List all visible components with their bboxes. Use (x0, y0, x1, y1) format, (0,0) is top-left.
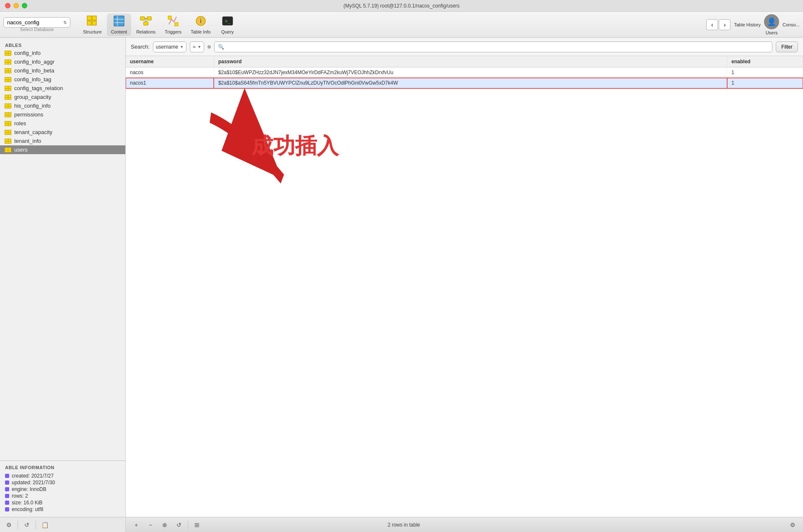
relations-button[interactable]: Relations (132, 13, 160, 36)
svg-rect-0 (87, 16, 91, 20)
table-icon (4, 59, 12, 65)
content-label: Content (111, 29, 127, 34)
triggers-button[interactable]: Triggers (161, 13, 186, 36)
search-operator-arrow-icon: ▼ (197, 45, 201, 49)
sidebar-item-config_info_beta[interactable]: config_info_beta (0, 66, 125, 75)
toolbar-nav-group: Structure Content (79, 13, 239, 36)
column-header-username[interactable]: username (126, 56, 214, 67)
column-header-password[interactable]: password (214, 56, 727, 67)
table-header-row: usernamepasswordenabled (126, 56, 803, 67)
status-duplicate-button[interactable]: ⊕ (159, 519, 170, 530)
info-item-text: size: 16.0 KiB (12, 500, 42, 506)
minimize-button[interactable] (13, 3, 19, 8)
table-icon (4, 147, 12, 153)
sidebar-item-permissions[interactable]: permissions (0, 110, 125, 119)
table-name-label: config_info (14, 50, 41, 56)
query-button[interactable]: >_ Query (216, 13, 239, 36)
users-label: Users (766, 30, 778, 35)
sidebar-item-config_info_aggr[interactable]: config_info_aggr (0, 57, 125, 66)
info-item: engine: InnoDB (5, 486, 120, 493)
filter-button[interactable]: Filter (776, 41, 798, 52)
nav-arrows: ‹ › (706, 19, 730, 30)
user-avatar-icon: 👤 (764, 14, 779, 29)
info-item-text: updated: 2021/7/30 (12, 480, 55, 486)
table-history-label: Table History (734, 22, 761, 27)
info-item-text: rows: 2 (12, 493, 28, 499)
svg-rect-1 (87, 21, 91, 25)
sidebar-item-roles[interactable]: roles (0, 119, 125, 128)
table-name-label: permissions (14, 111, 43, 118)
toolbar: nacos_config ⇅ Select Database Structure (0, 12, 803, 38)
table-info-panel: ABLE INFORMATION created: 2021/7/27updat… (0, 460, 125, 517)
status-divider (188, 521, 188, 529)
triggers-icon (167, 15, 179, 28)
sidebar-copy-button[interactable]: 📋 (39, 519, 50, 530)
sidebar-refresh-button[interactable]: ↺ (21, 519, 32, 530)
status-add-button[interactable]: + (131, 519, 142, 530)
sidebar-item-config_info[interactable]: config_info (0, 49, 125, 57)
table-name-label: group_capacity (14, 94, 51, 100)
cell-password: $2a$10$EuWPZHzz32dJN7jexM34MOeYirDdFAZm2… (214, 67, 727, 78)
status-export-button[interactable]: ⊞ (192, 519, 202, 530)
column-header-enabled[interactable]: enabled (727, 56, 803, 67)
window-title: (MySQL 5.7.19) root@127.0.0.1/nacos_conf… (343, 3, 459, 9)
info-item-text: encoding: utf8 (12, 506, 43, 512)
status-remove-button[interactable]: − (145, 519, 156, 530)
sidebar-item-config_tags_relation[interactable]: config_tags_relation (0, 84, 125, 93)
sidebar-item-tenant_capacity[interactable]: tenant_capacity (0, 128, 125, 137)
search-field-select[interactable]: username ▼ (153, 41, 187, 52)
structure-button[interactable]: Structure (79, 13, 106, 36)
database-selector[interactable]: nacos_config ⇅ (3, 17, 70, 28)
content-button[interactable]: Content (107, 13, 132, 36)
table-name-label: config_info_aggr (14, 59, 54, 65)
sidebar-item-users[interactable]: users (0, 145, 125, 154)
search-input[interactable] (226, 44, 769, 50)
table-icon (4, 112, 12, 118)
sidebar: ABLES config_info config_info_aggr confi… (0, 38, 126, 532)
fullscreen-button[interactable] (22, 3, 27, 8)
nav-back-button[interactable]: ‹ (706, 19, 718, 30)
info-item: rows: 2 (5, 493, 120, 499)
info-item: size: 16.0 KiB (5, 499, 120, 506)
content-area: Search: username ▼ = ▼ 🔍 Filter (126, 38, 803, 532)
tableinfo-button[interactable]: i Table Info (187, 13, 215, 36)
table-name-label: tenant_info (14, 138, 41, 144)
table-icon (4, 68, 12, 74)
table-icon (4, 129, 12, 135)
data-table-container: usernamepasswordenabled nacos$2a$10$EuWP… (126, 56, 803, 517)
cell-enabled: 1 (727, 78, 803, 88)
sidebar-settings-button[interactable]: ⚙ (3, 519, 14, 530)
search-label: Search: (131, 44, 150, 50)
nav-forward-button[interactable]: › (719, 19, 730, 30)
info-dot-icon (5, 487, 9, 491)
svg-rect-2 (92, 16, 96, 20)
database-selector-wrap: nacos_config ⇅ Select Database (3, 17, 70, 32)
tableinfo-label: Table Info (191, 29, 211, 34)
annotation-layer (126, 56, 803, 517)
sidebar-item-group_capacity[interactable]: group_capacity (0, 93, 125, 101)
table-name-label: users (14, 147, 28, 153)
table-icon (4, 121, 12, 127)
cell-enabled: 1 (727, 67, 803, 78)
table-icon (4, 138, 12, 144)
sidebar-item-his_config_info[interactable]: his_config_info (0, 101, 125, 110)
sidebar-item-config_info_tag[interactable]: config_info_tag (0, 75, 125, 84)
console-button[interactable]: Conso... (782, 22, 800, 27)
traffic-lights (5, 3, 27, 8)
search-operator-value: = (193, 44, 196, 50)
table-row[interactable]: nacos1$2a$10$aS645fmTn5YBVUWYPClZnu9LzDU… (126, 78, 803, 88)
content-icon (113, 15, 125, 28)
users-button[interactable]: 👤 Users (764, 14, 779, 35)
data-table: usernamepasswordenabled nacos$2a$10$EuWP… (126, 56, 803, 88)
table-history-button[interactable]: Table History (734, 22, 761, 27)
info-item: updated: 2021/7/30 (5, 479, 120, 486)
status-refresh-button[interactable]: ↺ (174, 519, 184, 530)
tableinfo-icon: i (195, 15, 207, 28)
info-item: encoding: utf8 (5, 506, 120, 513)
close-button[interactable] (5, 3, 10, 8)
status-gear-button[interactable]: ⚙ (787, 519, 798, 530)
sidebar-item-tenant_info[interactable]: tenant_info (0, 137, 125, 145)
table-row[interactable]: nacos$2a$10$EuWPZHzz32dJN7jexM34MOeYirDd… (126, 67, 803, 78)
structure-icon (86, 15, 98, 28)
search-operator-select[interactable]: = ▼ (190, 41, 204, 52)
